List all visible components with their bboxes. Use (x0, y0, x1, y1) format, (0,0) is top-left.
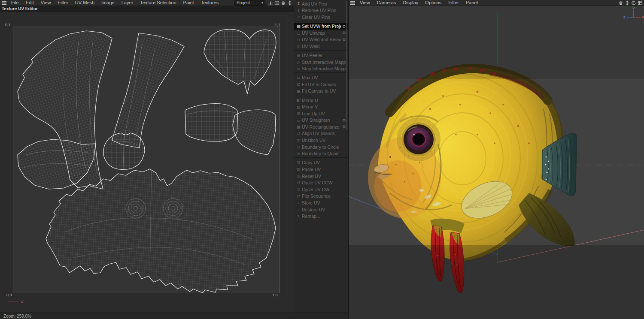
uv-canvas-scrollbar[interactable] (288, 13, 288, 296)
command-cycle-uv-ccw[interactable]: ↺Cycle UV CCW (294, 179, 348, 186)
menu-filter[interactable]: Filter (54, 0, 71, 6)
v-axis-line (8, 295, 8, 301)
weld-relax-icon: ∪ (295, 37, 302, 42)
command-label: Max UV (302, 75, 347, 80)
command-line-up-uv[interactable]: ⊞Line Up UV (294, 110, 348, 117)
command-uv-straighten[interactable]: ▭UV Straighten⚙ (294, 117, 348, 124)
project-dropdown[interactable]: Project ▾ (234, 0, 265, 6)
command-uv-unwrap[interactable]: ◻UV Unwrap⚙ (294, 30, 348, 36)
pan-vertical-icon[interactable] (624, 0, 630, 6)
u-axis-label: U (21, 299, 24, 304)
menu-options[interactable]: Options (422, 0, 445, 6)
uv-canvas[interactable] (13, 26, 280, 293)
command-start-interactive-mapping[interactable]: ▷Start Interactive Mapping (294, 59, 348, 66)
hamburger-menu-icon[interactable] (0, 0, 8, 6)
render-band-bottom (349, 245, 644, 319)
axis-z-label: Z (623, 15, 626, 19)
command-fit-canvas-to-uv[interactable]: ▣Fit Canvas to UV (294, 88, 348, 95)
menu-display[interactable]: Display (399, 0, 422, 6)
uv-axis-gizmo: U (8, 295, 29, 304)
boundary-quad-icon: ⊞ (295, 151, 302, 156)
command-stop-interactive-mapping[interactable]: ⊘Stop Interactive Mapping (294, 65, 348, 72)
command-label: Store UV (302, 200, 347, 205)
command-label: Remap... (302, 214, 347, 219)
panel-title: Texture UV Editor (0, 6, 38, 11)
command-unstitch-uv[interactable]: ◫Unstitch UV (294, 137, 348, 144)
command-uv-rectangularize[interactable]: ▦UV Rectangularize⚙ (294, 123, 348, 130)
command-uv-weld-and-relax[interactable]: ∪UV Weld and Relax⚙ (294, 36, 348, 43)
projection-grid-icon: ▦ (295, 24, 302, 29)
flip-sequence-icon: ⇄ (295, 194, 302, 199)
hamburger-menu-icon[interactable] (349, 0, 356, 6)
command-label: Line Up UV (302, 111, 347, 116)
menu-view[interactable]: View (356, 0, 374, 6)
command-store-uv[interactable]: ↓Store UV (294, 199, 348, 206)
command-label: Stop Interactive Mapping (302, 66, 347, 71)
cycle-ccw-icon: ↺ (295, 181, 302, 185)
command-remap[interactable]: ↖Remap... (294, 213, 348, 220)
peeler-icon: ⊟ (295, 53, 302, 57)
frame-icon[interactable] (273, 0, 280, 6)
menu-cameras[interactable]: Cameras (374, 0, 400, 6)
command-paste-uv[interactable]: ▤Paste UV (294, 166, 348, 173)
uv-island-quad-a (185, 104, 238, 141)
command-cycle-uv-cw[interactable]: ↻Cycle UV CW (294, 186, 348, 193)
menu-paint[interactable]: Paint (180, 0, 197, 6)
straighten-icon: ▭ (295, 118, 302, 123)
align-islands-icon: ↺ (295, 131, 302, 136)
viewport-scene: Y Z X (349, 6, 644, 319)
menu-file[interactable]: File (8, 0, 22, 6)
histogram-icon[interactable] (267, 0, 273, 6)
uv-islands (13, 26, 279, 293)
command-remove-uv-pins[interactable]: ↥Remove UV Pins (294, 7, 348, 14)
menu-image[interactable]: Image (98, 0, 118, 6)
fish-eye (399, 120, 438, 159)
command-restore-uv[interactable]: ↑Restore UV (294, 206, 348, 213)
max-uv-icon: ⊠ (295, 75, 302, 80)
command-max-uv[interactable]: ⊠Max UV (294, 74, 348, 81)
project-dropdown-value: Project (237, 0, 250, 5)
axis-y-label: Y (632, 6, 635, 10)
fit-uv-canvas-icon: ⊡ (295, 82, 302, 87)
menu-layer[interactable]: Layer (118, 0, 137, 6)
command-fit-uv-to-canvas[interactable]: ⊡Fit UV to Canvas (294, 81, 348, 88)
menu-filter[interactable]: Filter (445, 0, 462, 6)
command-label: Mirror U (302, 98, 347, 103)
command-reset-uv[interactable]: ◳Reset UV (294, 173, 348, 180)
command-copy-uv[interactable]: ⧉Copy UV (294, 160, 348, 166)
menu-uv-mesh[interactable]: UV Mesh (72, 0, 98, 6)
panel-icon[interactable] (637, 0, 643, 6)
pan-vertical-icon[interactable] (286, 0, 293, 6)
chevron-down-icon: ▾ (261, 1, 263, 5)
axis-x-label: X (642, 15, 644, 19)
rotate-icon[interactable] (630, 0, 637, 6)
command-label: UV Rectangularize (302, 124, 341, 129)
hand-icon[interactable] (617, 0, 624, 6)
command-boundary-to-circle[interactable]: ⊙Boundary to Circle (294, 144, 348, 150)
command-mirror-v[interactable]: ▤Mirror V (294, 103, 348, 110)
command-label: Restore UV (302, 207, 347, 212)
command-label: Set UVW from Projection (302, 24, 341, 29)
command-clear-uv-pins[interactable]: ×Clear UV Pins (294, 14, 348, 21)
command-align-uv-islands[interactable]: ↺Align UV Islands (294, 130, 348, 137)
uv-coord-label-top-right: 1,1 (275, 23, 280, 27)
command-flip-sequence[interactable]: ⇄Flip Sequence (294, 193, 348, 200)
menu-panel[interactable]: Panel (462, 0, 481, 6)
command-set-uvw-from-projection[interactable]: ▦Set UVW from Projection⚙ (294, 23, 348, 30)
command-label: Reset UV (302, 174, 347, 179)
menu-textures[interactable]: Textures (197, 0, 222, 6)
line-up-icon: ⊞ (295, 111, 302, 116)
viewport-3d[interactable]: Y Z X (349, 6, 644, 319)
fit-canvas-uv-icon: ▣ (295, 89, 302, 93)
commands-scrollbar[interactable] (346, 1, 347, 129)
menu-view[interactable]: View (37, 0, 55, 6)
menu-edit[interactable]: Edit (22, 0, 37, 6)
command-uv-peeler[interactable]: ⊟UV Peeler (294, 52, 348, 59)
cycle-cw-icon: ↻ (295, 187, 302, 192)
command-boundary-to-quad[interactable]: ⊞Boundary to Quad (294, 150, 348, 157)
hand-icon[interactable] (280, 0, 286, 6)
command-uv-weld[interactable]: ◫UV Weld (294, 43, 348, 50)
menu-texture-selection[interactable]: Texture Selection (137, 0, 179, 6)
command-add-uv-pins[interactable]: ↧Add UV Pins (294, 0, 348, 7)
command-mirror-u[interactable]: ◧Mirror U (294, 97, 348, 104)
